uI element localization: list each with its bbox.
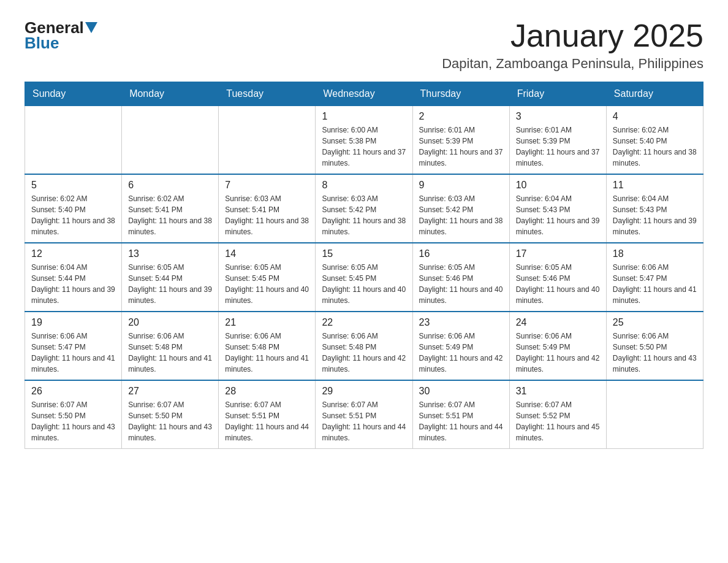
day-number: 30 bbox=[419, 386, 503, 397]
calendar-cell: 12Sunrise: 6:04 AMSunset: 5:44 PMDayligh… bbox=[25, 243, 122, 312]
day-info: Sunrise: 6:07 AMSunset: 5:50 PMDaylight:… bbox=[31, 399, 115, 443]
calendar-week-row: 5Sunrise: 6:02 AMSunset: 5:40 PMDaylight… bbox=[25, 174, 703, 243]
day-info: Sunrise: 6:01 AMSunset: 5:39 PMDaylight:… bbox=[516, 124, 600, 169]
day-number: 2 bbox=[419, 111, 503, 122]
calendar-cell: 2Sunrise: 6:01 AMSunset: 5:39 PMDaylight… bbox=[412, 106, 509, 175]
calendar-week-row: 26Sunrise: 6:07 AMSunset: 5:50 PMDayligh… bbox=[25, 380, 703, 449]
day-info: Sunrise: 6:06 AMSunset: 5:50 PMDaylight:… bbox=[613, 331, 697, 375]
calendar-cell: 13Sunrise: 6:05 AMSunset: 5:44 PMDayligh… bbox=[122, 243, 219, 312]
calendar-cell: 28Sunrise: 6:07 AMSunset: 5:51 PMDayligh… bbox=[219, 380, 316, 449]
day-number: 7 bbox=[225, 180, 309, 191]
day-number: 8 bbox=[322, 180, 406, 191]
calendar-cell bbox=[25, 106, 122, 175]
day-info: Sunrise: 6:05 AMSunset: 5:44 PMDaylight:… bbox=[128, 262, 212, 306]
day-number: 31 bbox=[516, 386, 600, 397]
calendar-cell: 15Sunrise: 6:05 AMSunset: 5:45 PMDayligh… bbox=[316, 243, 412, 312]
calendar-cell bbox=[219, 106, 316, 175]
day-info: Sunrise: 6:03 AMSunset: 5:41 PMDaylight:… bbox=[225, 193, 309, 237]
calendar-cell: 3Sunrise: 6:01 AMSunset: 5:39 PMDaylight… bbox=[509, 106, 606, 175]
day-number: 20 bbox=[128, 317, 212, 328]
day-number: 26 bbox=[31, 386, 115, 397]
calendar-header-row: SundayMondayTuesdayWednesdayThursdayFrid… bbox=[25, 82, 703, 106]
day-info: Sunrise: 6:06 AMSunset: 5:48 PMDaylight:… bbox=[225, 331, 309, 375]
weekday-header-wednesday: Wednesday bbox=[316, 82, 412, 106]
day-number: 22 bbox=[322, 317, 406, 328]
calendar-week-row: 19Sunrise: 6:06 AMSunset: 5:47 PMDayligh… bbox=[25, 312, 703, 380]
calendar-cell: 26Sunrise: 6:07 AMSunset: 5:50 PMDayligh… bbox=[25, 380, 122, 449]
day-number: 21 bbox=[225, 317, 309, 328]
day-info: Sunrise: 6:05 AMSunset: 5:46 PMDaylight:… bbox=[419, 262, 503, 306]
calendar-cell: 1Sunrise: 6:00 AMSunset: 5:38 PMDaylight… bbox=[316, 106, 412, 175]
weekday-header-monday: Monday bbox=[122, 82, 219, 106]
calendar-cell: 7Sunrise: 6:03 AMSunset: 5:41 PMDaylight… bbox=[219, 174, 316, 243]
day-info: Sunrise: 6:07 AMSunset: 5:51 PMDaylight:… bbox=[322, 399, 406, 443]
calendar-cell bbox=[606, 380, 703, 449]
day-info: Sunrise: 6:04 AMSunset: 5:43 PMDaylight:… bbox=[613, 193, 697, 237]
calendar-cell: 27Sunrise: 6:07 AMSunset: 5:50 PMDayligh… bbox=[122, 380, 219, 449]
day-info: Sunrise: 6:04 AMSunset: 5:43 PMDaylight:… bbox=[516, 193, 600, 237]
day-info: Sunrise: 6:06 AMSunset: 5:47 PMDaylight:… bbox=[613, 262, 697, 306]
calendar-cell: 24Sunrise: 6:06 AMSunset: 5:49 PMDayligh… bbox=[509, 312, 606, 380]
day-number: 1 bbox=[322, 111, 406, 122]
calendar-cell: 16Sunrise: 6:05 AMSunset: 5:46 PMDayligh… bbox=[412, 243, 509, 312]
day-number: 9 bbox=[419, 180, 503, 191]
day-info: Sunrise: 6:07 AMSunset: 5:50 PMDaylight:… bbox=[128, 399, 212, 443]
day-number: 25 bbox=[613, 317, 697, 328]
calendar-cell: 25Sunrise: 6:06 AMSunset: 5:50 PMDayligh… bbox=[606, 312, 703, 380]
logo-triangle-icon bbox=[85, 22, 97, 34]
calendar-cell: 11Sunrise: 6:04 AMSunset: 5:43 PMDayligh… bbox=[606, 174, 703, 243]
day-info: Sunrise: 6:06 AMSunset: 5:49 PMDaylight:… bbox=[419, 331, 503, 375]
calendar-cell: 9Sunrise: 6:03 AMSunset: 5:42 PMDaylight… bbox=[412, 174, 509, 243]
day-number: 18 bbox=[613, 248, 697, 259]
day-number: 29 bbox=[322, 386, 406, 397]
day-number: 17 bbox=[516, 248, 600, 259]
day-number: 14 bbox=[225, 248, 309, 259]
day-number: 12 bbox=[31, 248, 115, 259]
page-subtitle: Dapitan, Zamboanga Peninsula, Philippine… bbox=[442, 56, 703, 72]
calendar-cell: 31Sunrise: 6:07 AMSunset: 5:52 PMDayligh… bbox=[509, 380, 606, 449]
weekday-header-friday: Friday bbox=[509, 82, 606, 106]
calendar-cell: 14Sunrise: 6:05 AMSunset: 5:45 PMDayligh… bbox=[219, 243, 316, 312]
day-number: 3 bbox=[516, 111, 600, 122]
calendar-table: SundayMondayTuesdayWednesdayThursdayFrid… bbox=[25, 82, 703, 449]
calendar-cell: 5Sunrise: 6:02 AMSunset: 5:40 PMDaylight… bbox=[25, 174, 122, 243]
day-number: 23 bbox=[419, 317, 503, 328]
day-number: 10 bbox=[516, 180, 600, 191]
weekday-header-saturday: Saturday bbox=[606, 82, 703, 106]
day-info: Sunrise: 6:05 AMSunset: 5:45 PMDaylight:… bbox=[322, 262, 406, 306]
calendar-cell: 20Sunrise: 6:06 AMSunset: 5:48 PMDayligh… bbox=[122, 312, 219, 380]
day-info: Sunrise: 6:03 AMSunset: 5:42 PMDaylight:… bbox=[419, 193, 503, 237]
day-info: Sunrise: 6:02 AMSunset: 5:41 PMDaylight:… bbox=[128, 193, 212, 237]
day-number: 28 bbox=[225, 386, 309, 397]
weekday-header-tuesday: Tuesday bbox=[219, 82, 316, 106]
page-title: January 2025 bbox=[442, 18, 703, 53]
calendar-cell: 19Sunrise: 6:06 AMSunset: 5:47 PMDayligh… bbox=[25, 312, 122, 380]
calendar-cell: 30Sunrise: 6:07 AMSunset: 5:51 PMDayligh… bbox=[412, 380, 509, 449]
day-number: 5 bbox=[31, 180, 115, 191]
calendar-week-row: 1Sunrise: 6:00 AMSunset: 5:38 PMDaylight… bbox=[25, 106, 703, 175]
day-number: 4 bbox=[613, 111, 697, 122]
day-info: Sunrise: 6:05 AMSunset: 5:45 PMDaylight:… bbox=[225, 262, 309, 306]
calendar-cell: 6Sunrise: 6:02 AMSunset: 5:41 PMDaylight… bbox=[122, 174, 219, 243]
day-number: 15 bbox=[322, 248, 406, 259]
day-number: 19 bbox=[31, 317, 115, 328]
day-info: Sunrise: 6:07 AMSunset: 5:51 PMDaylight:… bbox=[225, 399, 309, 443]
calendar-cell: 23Sunrise: 6:06 AMSunset: 5:49 PMDayligh… bbox=[412, 312, 509, 380]
day-info: Sunrise: 6:07 AMSunset: 5:51 PMDaylight:… bbox=[419, 399, 503, 443]
day-info: Sunrise: 6:02 AMSunset: 5:40 PMDaylight:… bbox=[613, 124, 697, 169]
calendar-cell: 22Sunrise: 6:06 AMSunset: 5:48 PMDayligh… bbox=[316, 312, 412, 380]
svg-marker-0 bbox=[85, 22, 97, 33]
day-info: Sunrise: 6:06 AMSunset: 5:48 PMDaylight:… bbox=[322, 331, 406, 375]
day-info: Sunrise: 6:00 AMSunset: 5:38 PMDaylight:… bbox=[322, 124, 406, 169]
day-info: Sunrise: 6:06 AMSunset: 5:48 PMDaylight:… bbox=[128, 331, 212, 375]
logo: General Blue bbox=[25, 18, 97, 53]
day-number: 11 bbox=[613, 180, 697, 191]
day-number: 24 bbox=[516, 317, 600, 328]
calendar-cell: 18Sunrise: 6:06 AMSunset: 5:47 PMDayligh… bbox=[606, 243, 703, 312]
day-info: Sunrise: 6:07 AMSunset: 5:52 PMDaylight:… bbox=[516, 399, 600, 443]
day-info: Sunrise: 6:06 AMSunset: 5:47 PMDaylight:… bbox=[31, 331, 115, 375]
day-info: Sunrise: 6:03 AMSunset: 5:42 PMDaylight:… bbox=[322, 193, 406, 237]
weekday-header-thursday: Thursday bbox=[412, 82, 509, 106]
day-number: 13 bbox=[128, 248, 212, 259]
calendar-cell: 29Sunrise: 6:07 AMSunset: 5:51 PMDayligh… bbox=[316, 380, 412, 449]
